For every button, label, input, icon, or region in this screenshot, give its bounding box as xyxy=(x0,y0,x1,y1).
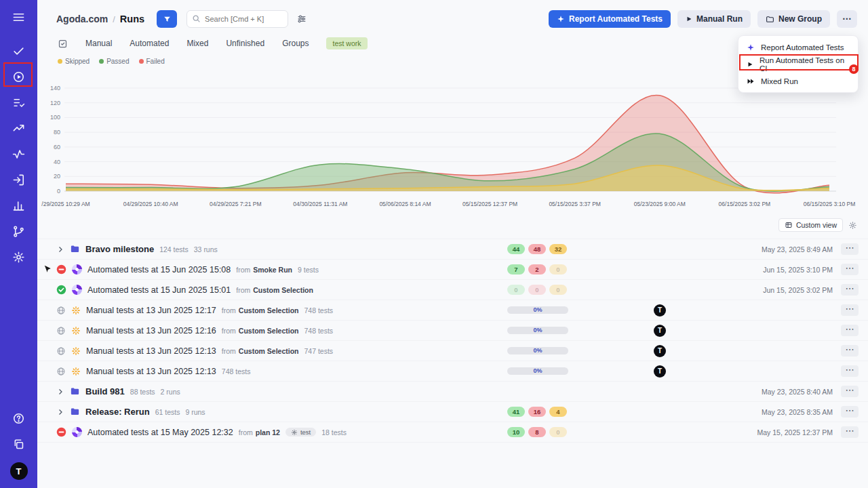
menu-item-run-automated-tests-on-ci[interactable]: Run Automated Tests on CI xyxy=(738,56,858,73)
table-row[interactable]: Release: Rerun 61 tests 9 runs 41 16 4 M… xyxy=(37,402,868,422)
run-date: May 15, 2025 12:37 PM xyxy=(711,428,833,436)
x-tick-label: 06/15/2025 3:02 PM xyxy=(719,201,771,207)
activity-icon[interactable] xyxy=(0,141,37,167)
group-title[interactable]: Bravo milestone xyxy=(85,244,154,254)
row-more-button[interactable]: ⋯ xyxy=(841,304,859,316)
assignee-avatar[interactable]: T xyxy=(654,365,666,378)
run-title[interactable]: Automated tests at 15 May 2025 12:32 xyxy=(87,428,233,437)
table-row[interactable]: Automated tests at 15 May 2025 12:32 fro… xyxy=(37,422,868,443)
tests-count: 748 tests xyxy=(304,306,334,314)
search-icon xyxy=(192,14,201,23)
folder-icon xyxy=(766,15,774,24)
custom-view-button[interactable]: Custom view xyxy=(778,218,843,232)
table-row[interactable]: Automated tests at 15 Jun 2025 15:01 fro… xyxy=(37,280,868,300)
table-row[interactable]: Manual tests at 13 Jun 2025 12:13 748 te… xyxy=(37,361,868,382)
row-more-button[interactable]: ⋯ xyxy=(841,345,859,357)
menu-icon[interactable] xyxy=(0,5,37,28)
expand-chevron-icon[interactable] xyxy=(56,245,64,253)
stopped-status-icon xyxy=(56,427,66,437)
import-icon[interactable] xyxy=(0,167,37,192)
row-more-button[interactable]: ⋯ xyxy=(841,325,859,336)
filter-button[interactable] xyxy=(157,10,177,28)
group-title[interactable]: Release: Rerun xyxy=(85,407,150,417)
table-row[interactable]: Bravo milestone 124 tests 33 runs 44 48 … xyxy=(37,239,868,260)
run-title[interactable]: Manual tests at 13 Jun 2025 12:16 xyxy=(86,326,216,336)
manual-run-icon xyxy=(71,306,81,315)
run-title[interactable]: Automated tests at 15 Jun 2025 15:01 xyxy=(87,285,231,295)
manual-run-icon xyxy=(71,346,81,356)
automated-run-icon xyxy=(72,285,82,295)
run-date: Jun 15, 2025 3:02 PM xyxy=(711,286,833,294)
run-title[interactable]: Manual tests at 13 Jun 2025 12:17 xyxy=(86,306,216,315)
view-settings-gear-icon[interactable] xyxy=(848,221,857,230)
stopped-status-icon xyxy=(56,264,66,274)
folder-icon xyxy=(70,407,80,417)
assignee-avatar[interactable]: T xyxy=(654,325,666,337)
svg-text:100: 100 xyxy=(50,114,60,121)
progress-percent: 0% xyxy=(507,347,568,354)
x-tick-label: 04/30/2025 11:31 AM xyxy=(293,201,347,207)
tab-unfinished[interactable]: Unfinished xyxy=(226,39,264,48)
table-row[interactable]: Build 981 88 tests 2 runs May 23, 2025 8… xyxy=(37,382,868,402)
search-input[interactable] xyxy=(186,10,288,28)
run-tag[interactable]: test xyxy=(285,428,316,436)
table-row[interactable]: Manual tests at 13 Jun 2025 12:16 from C… xyxy=(37,321,868,341)
progress-bar: 0% xyxy=(507,347,568,354)
failed-badge: 0 xyxy=(528,285,546,295)
row-more-button[interactable]: ⋯ xyxy=(841,243,859,255)
failed-badge: 2 xyxy=(528,264,546,274)
tab-automated[interactable]: Automated xyxy=(130,39,169,48)
manual-run-button[interactable]: Manual Run xyxy=(677,10,751,28)
assignee-avatar[interactable]: T xyxy=(654,345,666,357)
run-title[interactable]: Automated tests at 15 Jun 2025 15:08 xyxy=(87,265,231,274)
run-title[interactable]: Manual tests at 13 Jun 2025 12:13 xyxy=(86,346,216,356)
breadcrumb-divider: / xyxy=(113,14,115,24)
report-automated-tests-button[interactable]: Report Automated Tests xyxy=(549,10,671,28)
breadcrumb-project[interactable]: Agoda.com xyxy=(56,14,108,24)
menu-item-report-automated-tests[interactable]: Report Automated Tests xyxy=(738,39,858,56)
assignee-avatar[interactable]: T xyxy=(654,304,666,317)
table-row[interactable]: Automated tests at 15 Jun 2025 15:08 fro… xyxy=(37,260,868,280)
tab-mixed[interactable]: Mixed xyxy=(186,39,208,48)
expand-chevron-icon[interactable] xyxy=(56,408,64,416)
sliders-icon[interactable] xyxy=(296,14,307,24)
fast-forward-icon xyxy=(747,77,755,85)
help-icon[interactable] xyxy=(0,405,37,431)
menu-item-mixed-run[interactable]: Mixed Run xyxy=(738,73,858,89)
table-row[interactable]: Manual tests at 13 Jun 2025 12:13 from C… xyxy=(37,341,868,361)
trending-up-icon[interactable] xyxy=(0,115,37,141)
gear-icon[interactable] xyxy=(0,244,37,270)
tab-groups[interactable]: Groups xyxy=(282,39,309,48)
tests-count: 18 tests xyxy=(321,428,347,436)
search xyxy=(186,10,288,28)
row-more-button[interactable]: ⋯ xyxy=(841,406,859,418)
progress-percent: 0% xyxy=(507,306,568,314)
git-branch-icon[interactable] xyxy=(0,218,37,244)
row-more-button[interactable]: ⋯ xyxy=(841,284,859,296)
check-icon[interactable] xyxy=(0,38,37,64)
tab-manual[interactable]: Manual xyxy=(85,39,112,48)
group-title[interactable]: Build 981 xyxy=(85,386,125,396)
new-group-button[interactable]: New Group xyxy=(757,10,830,28)
row-more-button[interactable]: ⋯ xyxy=(841,426,859,438)
passed-badge: 44 xyxy=(507,244,525,254)
row-more-button[interactable]: ⋯ xyxy=(841,365,859,377)
row-more-button[interactable]: ⋯ xyxy=(841,386,859,397)
header-more-button[interactable]: ⋯ xyxy=(837,10,857,28)
x-tick-label: /29/2025 10:29 AM xyxy=(41,201,90,207)
copy-icon[interactable] xyxy=(0,431,37,457)
select-all-icon[interactable] xyxy=(58,39,68,49)
progress-bar: 0% xyxy=(507,306,568,314)
workspace-logo[interactable]: T xyxy=(10,462,28,480)
run-source: Custom Selection xyxy=(239,306,299,314)
table-row[interactable]: Manual tests at 13 Jun 2025 12:17 from C… xyxy=(37,300,868,321)
bar-chart-icon[interactable] xyxy=(0,192,37,218)
run-title[interactable]: Manual tests at 13 Jun 2025 12:13 xyxy=(86,367,216,376)
failed-badge: 48 xyxy=(528,244,546,254)
expand-chevron-icon[interactable] xyxy=(56,388,64,396)
tag-test-work[interactable]: test work xyxy=(326,37,367,49)
checklist-icon[interactable] xyxy=(0,89,37,115)
runs-play-icon[interactable] xyxy=(0,64,37,89)
row-more-button[interactable]: ⋯ xyxy=(841,264,859,275)
svg-text:60: 60 xyxy=(54,144,60,150)
